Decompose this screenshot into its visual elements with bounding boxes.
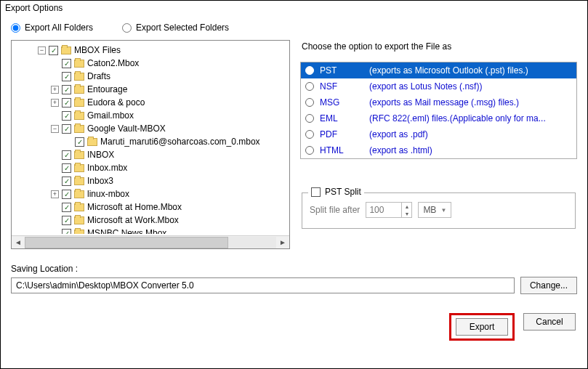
folder-tree[interactable]: −✓MBOX Files✓Caton2.Mbox✓Drafts+✓Entoura… <box>11 40 290 249</box>
tree-item[interactable]: ✓MSNBC News.Mbox <box>12 227 289 234</box>
tree-expander-icon[interactable]: + <box>51 86 59 94</box>
tree-expander-icon[interactable]: − <box>38 46 46 54</box>
tree-item-label: Inbox3 <box>87 176 113 186</box>
split-size-stepper[interactable]: ▲ ▼ <box>366 202 412 218</box>
folder-icon <box>61 46 71 54</box>
tree-item[interactable]: ✓INBOX <box>12 148 289 161</box>
format-radio[interactable] <box>305 114 314 123</box>
spin-up-icon[interactable]: ▲ <box>401 203 411 210</box>
folder-icon <box>87 138 97 146</box>
tree-checkbox[interactable]: ✓ <box>62 111 71 121</box>
format-option-pdf[interactable]: PDF(export as .pdf) <box>301 126 576 142</box>
mode-selected-radio[interactable]: Export Selected Folders <box>122 23 229 33</box>
format-radio[interactable] <box>305 130 314 139</box>
folder-icon <box>74 112 84 120</box>
split-size-input[interactable] <box>366 203 401 216</box>
folder-icon <box>74 190 84 198</box>
tree-checkbox[interactable]: ✓ <box>62 216 71 225</box>
format-radio[interactable] <box>305 66 314 75</box>
folder-icon <box>74 216 84 224</box>
folder-icon <box>74 73 84 81</box>
format-desc: (exports as Microsoft Outlook (.pst) fil… <box>369 65 572 76</box>
mode-all-radio[interactable]: Export All Folders <box>11 23 93 33</box>
folder-icon <box>74 86 84 94</box>
format-radio[interactable] <box>305 82 314 91</box>
folder-icon <box>74 151 84 159</box>
format-desc: (export as .html) <box>369 145 572 155</box>
tree-item[interactable]: ✓Inbox.mbx <box>12 161 289 174</box>
format-option-nsf[interactable]: NSF(export as Lotus Notes (.nsf)) <box>301 78 576 94</box>
saving-location-input[interactable] <box>11 277 515 293</box>
tree-item-label: linux-mbox <box>87 189 129 199</box>
format-name: PDF <box>320 129 363 139</box>
tree-item[interactable]: +✓linux-mbox <box>12 187 289 200</box>
format-option-pst[interactable]: PST(exports as Microsoft Outlook (.pst) … <box>301 62 576 78</box>
folder-icon <box>74 125 84 133</box>
scroll-left-icon[interactable]: ◄ <box>12 237 25 248</box>
tree-checkbox[interactable]: ✓ <box>49 46 58 55</box>
format-desc: (export as Lotus Notes (.nsf)) <box>369 81 572 92</box>
change-button[interactable]: Change... <box>520 277 577 294</box>
pst-split-group: PST Split Split file after ▲ ▼ MB <box>302 192 576 229</box>
split-unit-select[interactable]: MB ▼ <box>418 202 451 218</box>
tree-expander-icon[interactable]: + <box>51 190 59 198</box>
tree-checkbox[interactable]: ✓ <box>62 72 71 81</box>
tree-checkbox[interactable]: ✓ <box>62 98 71 108</box>
tree-item-label: Microsoft at Home.Mbox <box>87 202 182 212</box>
tree-item-label: MBOX Files <box>74 45 121 55</box>
tree-checkbox[interactable]: ✓ <box>62 163 71 173</box>
export-button[interactable]: Export <box>456 318 508 336</box>
spin-down-icon[interactable]: ▼ <box>401 210 411 217</box>
tree-item[interactable]: ✓Microsoft at Home.Mbox <box>12 200 289 214</box>
format-option-eml[interactable]: EML(RFC 822(.eml) files.(Applicable only… <box>301 110 576 126</box>
tree-checkbox[interactable]: ✓ <box>62 124 71 134</box>
format-radio[interactable] <box>305 98 314 107</box>
folder-icon <box>74 177 84 185</box>
tree-checkbox[interactable]: ✓ <box>62 229 71 235</box>
export-options-dialog: Export Options Export All Folders Export… <box>0 0 588 369</box>
tree-checkbox[interactable]: ✓ <box>62 190 71 199</box>
tree-checkbox[interactable]: ✓ <box>62 85 71 94</box>
tree-item[interactable]: −✓Google Vault-MBOX <box>12 122 289 135</box>
format-option-msg[interactable]: MSG(exports as Mail message (.msg) files… <box>301 94 576 110</box>
scroll-thumb[interactable] <box>25 237 228 248</box>
tree-expander-icon[interactable]: + <box>51 99 59 107</box>
mode-selected-label: Export Selected Folders <box>136 23 229 33</box>
folder-icon <box>74 203 84 211</box>
tree-item[interactable]: ✓Maruti_maruti6@soharcoas.com_0.mbox <box>12 135 289 148</box>
tree-checkbox[interactable]: ✓ <box>62 59 71 68</box>
tree-item-label: Inbox.mbx <box>87 163 127 173</box>
format-name: MSG <box>320 97 363 108</box>
format-desc: (RFC 822(.eml) files.(Applicable only fo… <box>369 113 572 123</box>
tree-checkbox[interactable]: ✓ <box>62 150 71 160</box>
tree-item-label: Gmail.mbox <box>87 110 134 121</box>
tree-item-label: MSNBC News.Mbox <box>87 228 166 234</box>
folder-icon <box>74 99 84 107</box>
tree-item[interactable]: ✓Caton2.Mbox <box>12 57 289 70</box>
tree-item[interactable]: +✓Eudora & poco <box>12 96 289 109</box>
format-radio[interactable] <box>305 146 314 155</box>
tree-scrollbar-horizontal[interactable]: ◄ ► <box>12 235 289 248</box>
dialog-title: Export Options <box>1 1 587 17</box>
export-button-highlight: Export <box>449 313 515 341</box>
tree-checkbox[interactable]: ✓ <box>62 203 71 212</box>
tree-item-label: INBOX <box>87 150 114 160</box>
tree-item-label: Google Vault-MBOX <box>87 123 166 134</box>
tree-item[interactable]: ✓Inbox3 <box>12 174 289 187</box>
tree-item[interactable]: +✓Entourage <box>12 83 289 96</box>
tree-expander-icon[interactable]: − <box>51 125 59 133</box>
tree-item[interactable]: ✓Drafts <box>12 70 289 83</box>
tree-item[interactable]: ✓Microsoft at Work.Mbox <box>12 214 289 227</box>
format-option-html[interactable]: HTML(export as .html) <box>301 142 576 158</box>
tree-root-item[interactable]: −✓MBOX Files <box>12 44 289 57</box>
tree-item[interactable]: ✓Gmail.mbox <box>12 109 289 122</box>
scroll-right-icon[interactable]: ► <box>276 237 289 248</box>
pst-split-checkbox[interactable] <box>311 187 321 197</box>
mode-all-label: Export All Folders <box>25 23 93 33</box>
tree-item-label: Eudora & poco <box>87 97 145 108</box>
tree-checkbox[interactable]: ✓ <box>62 177 71 186</box>
tree-checkbox[interactable]: ✓ <box>75 137 84 147</box>
cancel-button[interactable]: Cancel <box>523 313 576 331</box>
format-name: PST <box>320 65 363 76</box>
folder-icon <box>74 230 84 235</box>
